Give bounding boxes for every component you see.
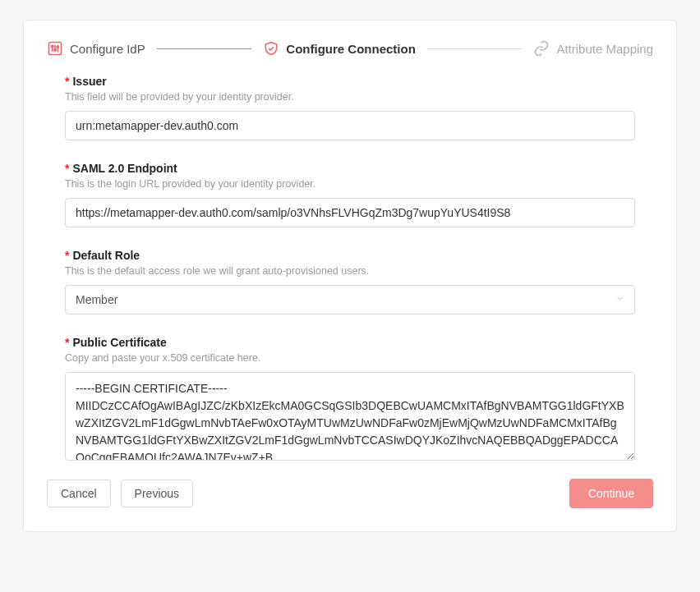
svg-point-4 [52,45,53,47]
field-endpoint: *SAML 2.0 Endpoint This is the login URL… [65,162,635,227]
role-select-value: Member [76,293,117,306]
connector-2 [427,48,523,49]
field-public-certificate: *Public Certificate Copy and paste your … [65,336,635,464]
shield-check-icon [263,40,279,57]
field-issuer: *Issuer This field will be provided by y… [65,75,635,140]
config-card: Configure IdP Configure Connection Attri… [23,20,677,532]
role-select[interactable]: Member [65,285,635,314]
step-configure-idp[interactable]: Configure IdP [47,40,145,57]
step-label: Attribute Mapping [556,42,653,56]
field-help: This is the login URL provided by your i… [65,178,635,190]
field-help: This field will be provided by your iden… [65,91,635,103]
cancel-button[interactable]: Cancel [47,480,111,507]
field-label: *Public Certificate [65,336,635,349]
required-asterisk: * [65,162,69,175]
connector-1 [157,48,252,49]
required-asterisk: * [65,75,69,88]
svg-point-6 [57,46,58,48]
field-default-role: *Default Role This is the default access… [65,249,635,314]
issuer-input[interactable] [65,111,635,140]
stepper: Configure IdP Configure Connection Attri… [47,40,653,57]
field-label: *Issuer [65,75,635,88]
field-help: Copy and paste your x.509 certificate he… [65,352,635,364]
step-attribute-mapping[interactable]: Attribute Mapping [533,40,653,57]
footer-left: Cancel Previous [47,480,193,507]
required-asterisk: * [65,249,69,262]
certificate-textarea[interactable] [65,372,635,461]
previous-button[interactable]: Previous [121,480,193,507]
sliders-icon [47,40,63,57]
field-label: *Default Role [65,249,635,262]
endpoint-input[interactable] [65,198,635,227]
step-label: Configure IdP [70,42,145,56]
link-icon [533,40,550,57]
field-label: *SAML 2.0 Endpoint [65,162,635,175]
step-configure-connection[interactable]: Configure Connection [263,40,416,57]
step-label: Configure Connection [286,42,416,56]
footer: Cancel Previous Continue [47,479,653,508]
chevron-down-icon [615,294,624,305]
form: *Issuer This field will be provided by y… [47,75,653,464]
required-asterisk: * [65,336,69,349]
svg-point-5 [54,49,56,51]
field-help: This is the default access role we will … [65,265,635,277]
continue-button[interactable]: Continue [569,479,653,508]
